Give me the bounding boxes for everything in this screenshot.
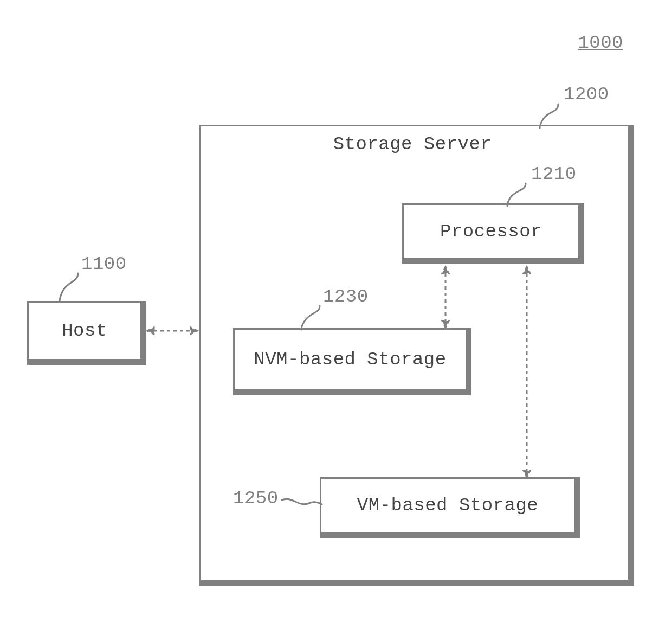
leader-1230 — [298, 305, 325, 331]
nvm-storage-box: NVM-based Storage — [233, 328, 471, 395]
storage-server-ref: 1200 — [564, 84, 609, 105]
leader-1200 — [537, 103, 564, 129]
leader-1210 — [504, 182, 531, 207]
processor-box: Processor — [402, 203, 584, 264]
host-label: Host — [62, 320, 107, 341]
svg-marker-8 — [524, 471, 530, 477]
svg-marker-4 — [442, 267, 449, 273]
arrow-host-server — [140, 324, 205, 337]
host-ref: 1100 — [81, 254, 127, 274]
svg-marker-5 — [442, 321, 449, 328]
storage-server-title: Storage Server — [201, 134, 624, 155]
nvm-storage-ref: 1230 — [323, 286, 369, 307]
nvm-storage-label: NVM-based Storage — [254, 349, 446, 370]
system-ref: 1000 — [578, 33, 623, 53]
leader-1250 — [281, 493, 323, 512]
svg-marker-1 — [147, 328, 154, 334]
host-box: Host — [27, 301, 146, 365]
arrow-proc-nvm — [439, 259, 452, 335]
svg-marker-2 — [191, 328, 197, 334]
vm-storage-label: VM-based Storage — [357, 495, 538, 516]
svg-marker-7 — [524, 267, 530, 273]
diagram-stage: 1000 Storage Server 1200 Processor 1210 … — [0, 0, 672, 635]
vm-storage-box: VM-based Storage — [320, 477, 580, 538]
processor-ref: 1210 — [531, 164, 577, 184]
leader-1100 — [56, 272, 83, 303]
vm-storage-ref: 1250 — [233, 488, 279, 509]
arrow-proc-vm — [520, 259, 533, 485]
processor-label: Processor — [440, 221, 542, 242]
